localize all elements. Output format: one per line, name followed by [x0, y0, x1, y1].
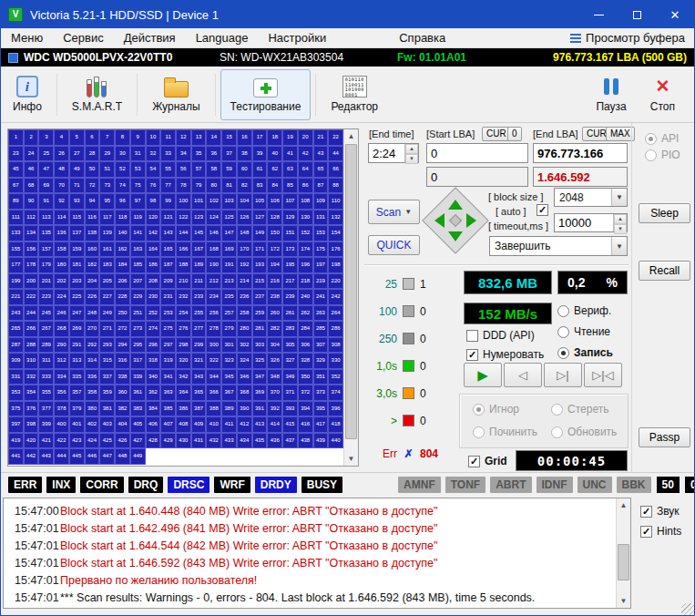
chevron-down-icon[interactable]: ▼: [611, 189, 627, 206]
end-time-spinner[interactable]: ▲▼: [368, 143, 419, 163]
info-button[interactable]: i Инфо: [3, 69, 52, 120]
radio-icon[interactable]: [551, 404, 563, 416]
scan-block: 421: [38, 433, 54, 449]
scan-block: 103: [221, 193, 237, 210]
hints-checkbox[interactable]: ✓ Hints: [640, 525, 681, 538]
start-test-button[interactable]: ▶: [464, 363, 502, 387]
radio-icon[interactable]: [557, 347, 569, 359]
step-back-button[interactable]: ◁: [504, 363, 542, 387]
api-radio[interactable]: API: [645, 132, 679, 145]
arrow-left-icon[interactable]: [434, 213, 445, 228]
radio-icon[interactable]: [473, 404, 485, 416]
scan-block: 147: [221, 225, 237, 241]
end-max-button[interactable]: MAX: [606, 127, 635, 141]
checkbox-icon[interactable]: ✓: [468, 456, 480, 467]
radio-icon[interactable]: [473, 426, 485, 438]
radio-icon[interactable]: [551, 426, 563, 438]
after-scan-action-combo[interactable]: Завершить ▼: [489, 236, 628, 256]
end-lba-input[interactable]: [533, 143, 628, 163]
arrow-right-icon[interactable]: [466, 213, 476, 228]
menu-settings[interactable]: Настройки: [258, 31, 336, 45]
menu-help[interactable]: Справка: [389, 31, 455, 45]
grid-checkbox[interactable]: ✓ Grid: [468, 455, 507, 467]
scan-block: 431: [191, 433, 207, 449]
scan-block: 152: [298, 225, 313, 241]
checkbox-icon[interactable]: ✓: [640, 526, 652, 538]
jump-forward-button[interactable]: ▷|: [544, 363, 582, 387]
grid-scrollbar[interactable]: ▲ ▼: [343, 129, 358, 466]
spin-down-icon[interactable]: ▼: [405, 154, 418, 164]
journals-button[interactable]: Журналы: [142, 69, 210, 120]
sleep-button[interactable]: Sleep: [639, 203, 690, 223]
recall-button[interactable]: Recall: [639, 261, 690, 281]
smart-button[interactable]: S.M.A.R.T: [62, 69, 132, 120]
auto-checkbox[interactable]: ✓: [537, 204, 548, 216]
editor-button[interactable]: 010110 110011 101000 0001 Редактор: [321, 69, 388, 120]
radio-icon[interactable]: [645, 133, 657, 145]
passp-button[interactable]: Passp: [639, 427, 690, 447]
ddd-api-checkbox[interactable]: DDD (API): [466, 329, 535, 342]
spin-up-icon[interactable]: ▲: [405, 144, 418, 154]
navigation-pad[interactable]: [424, 189, 487, 252]
scroll-up-icon[interactable]: ▲: [344, 129, 358, 143]
checkbox-icon[interactable]: [466, 330, 478, 342]
pause-button[interactable]: Пауза: [586, 69, 636, 120]
start-zero-button[interactable]: 0: [507, 127, 522, 141]
arrow-down-icon[interactable]: [448, 231, 463, 241]
checkbox-icon[interactable]: ✓: [640, 506, 652, 518]
block-size-combo[interactable]: 2048 ▼: [554, 188, 628, 207]
log-scrollbar[interactable]: ▲ ▼: [616, 498, 630, 608]
scan-button[interactable]: Scan ▼: [368, 200, 420, 224]
chevron-down-icon[interactable]: ▼: [611, 237, 627, 255]
scroll-up-icon[interactable]: ▲: [617, 498, 630, 512]
spin-down-icon[interactable]: ▼: [614, 224, 627, 234]
spin-up-icon[interactable]: ▲: [614, 214, 627, 224]
testing-button[interactable]: Тестирование: [220, 69, 312, 120]
maximize-button[interactable]: [618, 1, 656, 28]
menu-service[interactable]: Сервис: [53, 31, 114, 45]
close-button[interactable]: ✕: [656, 1, 694, 28]
stat-color-square-icon: [403, 305, 414, 317]
elapsed-timer: 00:00:45: [516, 450, 628, 471]
radio-icon[interactable]: [557, 305, 569, 317]
register-values: 50 00: [651, 477, 695, 493]
checkbox-icon[interactable]: ✓: [466, 349, 478, 361]
timeout-spinner[interactable]: ▲▼: [554, 213, 628, 232]
radio-icon[interactable]: [645, 149, 657, 161]
buffer-view-button[interactable]: Просмотр буфера: [570, 31, 685, 45]
erase-radio[interactable]: Стереть: [551, 403, 608, 416]
scan-block: 232: [176, 289, 191, 305]
log-scrollbar-thumb[interactable]: [618, 544, 629, 580]
minimize-button[interactable]: [579, 1, 618, 28]
resize-grip[interactable]: [681, 603, 694, 616]
start-cur-button[interactable]: CUR: [482, 127, 511, 141]
menu-language[interactable]: Language: [186, 31, 259, 45]
menu-actions[interactable]: Действия: [114, 31, 186, 45]
pio-radio[interactable]: PIO: [645, 149, 680, 161]
verify-radio[interactable]: Вериф.: [557, 304, 611, 317]
scan-block: 124: [206, 210, 221, 226]
fix-radio[interactable]: Починить: [473, 426, 537, 438]
timeout-input[interactable]: [555, 214, 613, 231]
quick-button[interactable]: QUICK: [368, 235, 420, 255]
end-time-input[interactable]: [369, 144, 404, 162]
side-column: API PIO Sleep Recall Passp: [631, 123, 695, 472]
start-lba-input[interactable]: [426, 143, 528, 163]
menu-main[interactable]: Меню: [1, 31, 53, 45]
scan-block: 443: [38, 448, 54, 465]
read-radio[interactable]: Чтение: [557, 325, 610, 338]
sound-checkbox[interactable]: ✓ Звук: [640, 505, 680, 518]
scan-block: 257: [221, 305, 237, 322]
numerate-checkbox[interactable]: ✓ Нумеровать: [466, 348, 544, 361]
grid-scrollbar-thumb[interactable]: [345, 144, 357, 439]
refresh-radio[interactable]: Обновить: [551, 426, 617, 438]
radio-icon[interactable]: [557, 326, 569, 338]
ignore-radio[interactable]: Игнор: [473, 403, 519, 416]
write-radio[interactable]: Запись: [557, 346, 613, 359]
testing-label: Тестирование: [230, 100, 302, 113]
stop-button[interactable]: ✕ Стоп: [640, 69, 685, 120]
scroll-down-icon[interactable]: ▼: [344, 452, 358, 466]
arrow-up-icon[interactable]: [448, 200, 463, 210]
scroll-down-icon[interactable]: ▼: [617, 594, 630, 608]
jump-edge-button[interactable]: ▷|◁: [584, 363, 622, 387]
